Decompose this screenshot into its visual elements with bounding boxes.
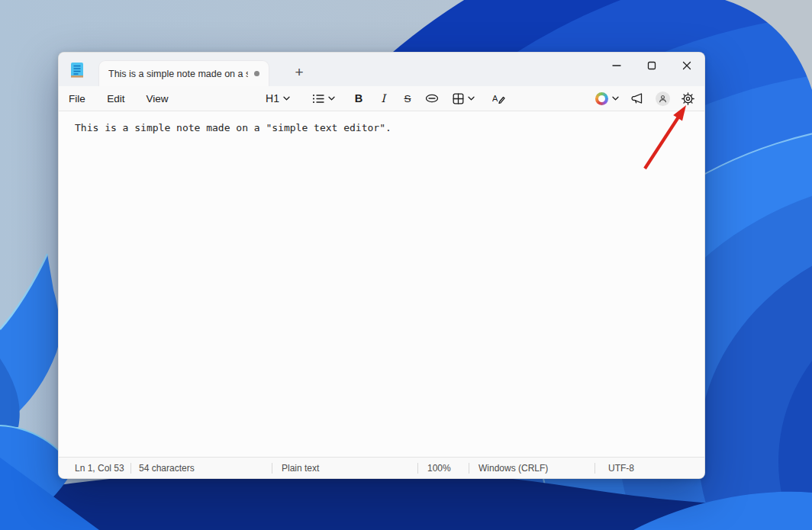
account-button[interactable]	[653, 88, 672, 109]
settings-button[interactable]	[679, 88, 697, 109]
settings-gear-icon	[682, 92, 694, 105]
chevron-down-icon	[328, 96, 335, 101]
notepad-window: This is a simple note made on a sim + Fi…	[58, 52, 705, 479]
strikethrough-icon: S	[404, 93, 411, 104]
close-icon	[682, 61, 691, 70]
announcements-button[interactable]	[628, 88, 646, 109]
window-controls	[599, 53, 704, 80]
strikethrough-button[interactable]: S	[396, 86, 419, 111]
menu-view[interactable]: View	[141, 86, 173, 111]
status-encoding: UTF-8	[595, 463, 704, 474]
copilot-dropdown-button[interactable]	[593, 88, 621, 109]
megaphone-icon	[630, 92, 644, 104]
menu-file[interactable]: File	[63, 86, 91, 111]
insert-link-button[interactable]	[420, 86, 443, 111]
status-character-count: 54 characters	[131, 463, 272, 474]
heading-dropdown-button[interactable]: H1	[259, 86, 297, 111]
close-button[interactable]	[669, 53, 704, 79]
bulleted-list-icon	[312, 93, 324, 104]
minimize-button[interactable]	[599, 53, 634, 79]
document-text: This is a simple note made on a "simple …	[75, 122, 392, 133]
minimize-icon	[612, 61, 621, 70]
plus-icon: +	[295, 64, 303, 81]
copilot-icon	[595, 92, 608, 105]
new-tab-button[interactable]: +	[288, 61, 311, 84]
link-icon	[425, 94, 439, 103]
tab-bar: This is a simple note made on a sim +	[59, 53, 704, 86]
chevron-down-icon	[612, 96, 619, 101]
status-document-type: Plain text	[272, 463, 417, 474]
insert-table-dropdown-button[interactable]	[445, 86, 482, 111]
list-dropdown-button[interactable]	[304, 86, 343, 111]
italic-icon: I	[381, 92, 385, 104]
unsaved-changes-dot-icon	[254, 71, 259, 76]
bold-button[interactable]: B	[347, 86, 370, 111]
clear-formatting-icon: A	[492, 92, 505, 104]
svg-text:A: A	[492, 94, 498, 103]
heading-label: H1	[266, 92, 279, 104]
text-editor-area[interactable]: This is a simple note made on a "simple …	[59, 111, 704, 457]
chevron-down-icon	[283, 96, 290, 101]
menu-toolbar: File Edit View H1 B I S	[59, 86, 704, 111]
notepad-app-icon	[69, 61, 85, 79]
bold-icon: B	[355, 92, 362, 104]
italic-button[interactable]: I	[372, 86, 395, 111]
status-line-endings: Windows (CRLF)	[469, 463, 594, 474]
table-icon	[453, 93, 464, 104]
status-cursor-position: Ln 1, Col 53	[59, 463, 130, 474]
tab-active[interactable]: This is a simple note made on a sim	[98, 60, 269, 86]
chevron-down-icon	[468, 96, 475, 101]
maximize-button[interactable]	[634, 53, 669, 79]
status-bar: Ln 1, Col 53 54 characters Plain text 10…	[59, 457, 704, 478]
clear-formatting-button[interactable]: A	[486, 86, 511, 111]
menu-edit[interactable]: Edit	[102, 86, 130, 111]
account-icon	[656, 92, 670, 106]
tab-title: This is a simple note made on a sim	[108, 69, 248, 79]
status-zoom-level[interactable]: 100%	[418, 463, 469, 474]
toolbar-right-group	[593, 86, 697, 111]
maximize-icon	[647, 61, 656, 70]
